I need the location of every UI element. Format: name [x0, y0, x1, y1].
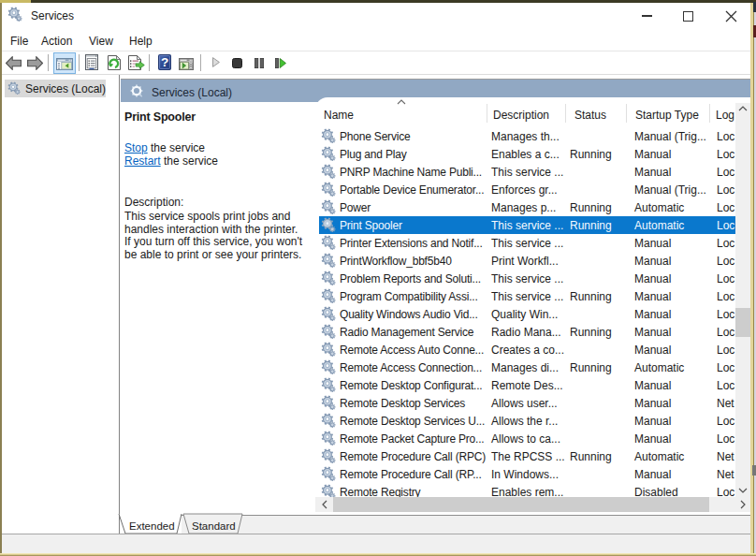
svg-text:?: ?: [160, 55, 167, 69]
